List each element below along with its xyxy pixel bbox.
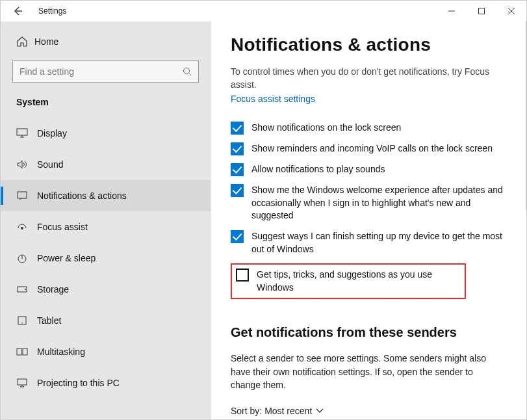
option-welcome-experience[interactable]: Show me the Windows welcome experience a… [231,184,504,222]
focus-assist-link[interactable]: Focus assist settings [231,94,315,104]
nav-focus-assist[interactable]: Focus assist [1,211,211,243]
category-heading: System [1,83,211,118]
svg-rect-11 [23,348,27,355]
checkbox-checked-icon[interactable] [231,142,244,155]
nav-power-sleep[interactable]: Power & sleep [1,243,211,274]
nav-storage[interactable]: Storage [1,274,211,305]
search-icon [183,67,192,76]
storage-icon [16,284,37,295]
page-title: Notifications & actions [231,34,504,55]
option-label: Allow notifications to play sounds [251,163,385,176]
option-label: Suggest ways I can finish setting up my … [251,230,504,256]
nav-projecting[interactable]: Projecting to this PC [1,367,211,399]
nav-label: Multitasking [37,347,85,357]
sort-label: Sort by: [231,406,262,416]
checkbox-checked-icon[interactable] [231,163,244,176]
sound-icon [16,159,37,170]
option-tips-tricks[interactable]: Get tips, tricks, and suggestions as you… [236,269,459,294]
option-play-sounds[interactable]: Allow notifications to play sounds [231,163,504,176]
power-icon [16,253,37,263]
svg-point-4 [21,227,23,230]
nav-label: Storage [37,284,69,295]
nav-display[interactable]: Display [1,118,211,149]
main-content: Notifications & actions To control times… [211,21,526,419]
svg-rect-3 [18,192,27,198]
nav-tablet[interactable]: Tablet [1,305,211,336]
close-button[interactable] [496,1,526,21]
search-input[interactable] [19,66,192,77]
titlebar: Settings [1,1,526,21]
selection-indicator [1,187,3,205]
sidebar: Home System Display Sound Notifications … [1,21,211,419]
senders-description: Select a sender to see more settings. So… [231,352,504,391]
option-reminders-voip[interactable]: Show reminders and incoming VoIP calls o… [231,142,504,155]
nav-sound[interactable]: Sound [1,149,211,180]
home-icon [16,36,34,47]
checkbox-unchecked-icon[interactable] [236,269,249,282]
notifications-icon [16,190,37,201]
option-label: Show me the Windows welcome experience a… [251,184,504,222]
maximize-button[interactable] [467,1,496,21]
option-finish-setup[interactable]: Suggest ways I can finish setting up my … [231,230,504,256]
option-lock-screen-notifications[interactable]: Show notifications on the lock screen [231,122,504,135]
projecting-icon [16,378,37,388]
nav-label: Notifications & actions [37,190,127,201]
page-description: To control times when you do or don't ge… [231,66,504,91]
option-label: Get tips, tricks, and suggestions as you… [257,269,459,294]
tablet-icon [16,315,37,326]
scrollbar[interactable] [526,21,526,210]
focus-assist-icon [16,222,37,232]
nav-label: Sound [37,159,63,170]
nav-multitasking[interactable]: Multitasking [1,336,211,367]
back-button[interactable] [12,6,31,16]
chevron-down-icon [316,408,324,413]
multitasking-icon [16,347,37,357]
home-label: Home [34,36,58,47]
checkbox-checked-icon[interactable] [231,122,244,135]
window-title: Settings [38,7,66,16]
home-link[interactable]: Home [1,32,211,51]
sort-control[interactable]: Sort by: Most recent [231,406,504,416]
svg-rect-10 [17,348,21,355]
svg-point-7 [25,289,26,290]
nav-label: Focus assist [37,222,88,232]
svg-rect-12 [18,379,27,385]
nav-label: Tablet [37,315,61,326]
nav-label: Display [37,128,67,138]
nav-label: Power & sleep [37,253,96,263]
svg-rect-0 [479,8,485,14]
nav-notifications[interactable]: Notifications & actions [1,180,211,211]
nav-label: Projecting to this PC [37,378,120,388]
display-icon [16,128,37,138]
svg-rect-2 [17,129,27,135]
search-box[interactable] [12,60,199,83]
option-label: Show notifications on the lock screen [251,122,401,135]
sort-value: Most recent [264,406,312,416]
svg-point-9 [21,322,23,324]
minimize-button[interactable] [437,1,467,21]
checkbox-checked-icon[interactable] [231,230,244,243]
senders-heading: Get notifications from these senders [231,325,504,340]
checkbox-checked-icon[interactable] [231,184,244,197]
option-label: Show reminders and incoming VoIP calls o… [251,142,493,155]
svg-point-1 [184,68,190,74]
highlight-box: Get tips, tricks, and suggestions as you… [231,263,466,299]
